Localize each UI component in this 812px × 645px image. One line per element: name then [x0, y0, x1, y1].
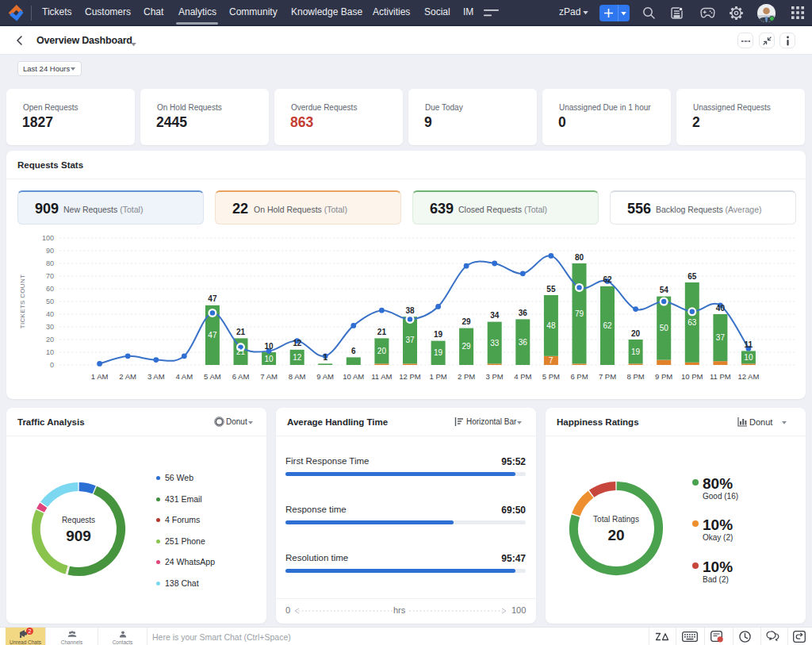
- svg-text:2 AM: 2 AM: [119, 372, 136, 381]
- svg-text:50: 50: [660, 324, 669, 332]
- svg-text:80: 80: [46, 259, 54, 267]
- svg-text:12: 12: [293, 353, 302, 362]
- svg-text:65: 65: [688, 272, 697, 281]
- svg-text:40: 40: [46, 310, 54, 318]
- svg-text:21: 21: [236, 328, 246, 336]
- svg-text:48: 48: [546, 321, 556, 330]
- svg-text:5 AM: 5 AM: [204, 372, 221, 381]
- svg-text:10 AM: 10 AM: [343, 372, 364, 381]
- svg-text:Requests: Requests: [62, 516, 95, 524]
- svg-text:11: 11: [745, 340, 753, 349]
- svg-text:Total Ratings: Total Ratings: [593, 515, 639, 524]
- svg-text:TICKETS COUNT: TICKETS COUNT: [19, 275, 26, 328]
- svg-text:50: 50: [46, 298, 54, 305]
- svg-text:47: 47: [208, 331, 217, 340]
- svg-text:62: 62: [603, 321, 612, 330]
- svg-text:7 PM: 7 PM: [599, 372, 616, 381]
- svg-text:7: 7: [549, 356, 553, 365]
- svg-text:63: 63: [688, 318, 697, 327]
- svg-text:34: 34: [490, 311, 500, 320]
- svg-text:10 PM: 10 PM: [681, 372, 703, 381]
- svg-text:55: 55: [546, 285, 556, 294]
- svg-text:10: 10: [46, 348, 54, 356]
- svg-text:3 AM: 3 AM: [147, 372, 165, 381]
- svg-text:11 AM: 11 AM: [371, 372, 392, 381]
- svg-text:7 AM: 7 AM: [260, 372, 278, 381]
- svg-text:36: 36: [519, 309, 528, 317]
- svg-text:10: 10: [265, 342, 274, 351]
- svg-text:54: 54: [660, 286, 669, 294]
- svg-text:30: 30: [46, 323, 54, 331]
- svg-text:1 AM: 1 AM: [91, 372, 109, 381]
- svg-text:8 PM: 8 PM: [627, 372, 645, 381]
- svg-text:3 PM: 3 PM: [486, 372, 504, 381]
- svg-text:10: 10: [744, 353, 753, 362]
- svg-text:19: 19: [631, 347, 641, 356]
- svg-text:37: 37: [405, 336, 415, 344]
- svg-text:8 AM: 8 AM: [289, 372, 306, 381]
- svg-text:29: 29: [462, 317, 472, 326]
- svg-text:9 AM: 9 AM: [316, 372, 334, 381]
- svg-text:6: 6: [351, 347, 356, 355]
- svg-text:909: 909: [66, 528, 91, 544]
- svg-text:21: 21: [236, 347, 246, 356]
- svg-text:0: 0: [50, 361, 54, 369]
- svg-text:2 PM: 2 PM: [458, 372, 475, 381]
- svg-text:21: 21: [377, 328, 387, 336]
- svg-text:10: 10: [265, 355, 274, 363]
- svg-text:11 PM: 11 PM: [710, 372, 731, 381]
- svg-text:70: 70: [46, 272, 54, 280]
- svg-text:36: 36: [519, 338, 528, 347]
- svg-text:29: 29: [462, 342, 472, 351]
- svg-text:37: 37: [716, 333, 726, 342]
- svg-text:5 PM: 5 PM: [542, 372, 560, 381]
- svg-text:38: 38: [405, 306, 415, 315]
- svg-text:20: 20: [46, 336, 54, 344]
- svg-text:100: 100: [42, 234, 54, 242]
- svg-text:19: 19: [434, 348, 443, 357]
- svg-text:40: 40: [716, 304, 726, 313]
- svg-text:12 AM: 12 AM: [737, 372, 759, 381]
- svg-text:6 PM: 6 PM: [570, 372, 588, 381]
- svg-text:1: 1: [323, 353, 327, 362]
- svg-text:12: 12: [293, 339, 302, 347]
- svg-text:4 AM: 4 AM: [175, 372, 193, 381]
- svg-text:1 PM: 1 PM: [430, 372, 447, 381]
- svg-text:62: 62: [603, 275, 612, 284]
- svg-text:47: 47: [208, 294, 217, 303]
- svg-text:20: 20: [377, 347, 387, 355]
- svg-text:4 PM: 4 PM: [514, 372, 531, 381]
- svg-text:33: 33: [490, 339, 500, 347]
- svg-text:12 PM: 12 PM: [399, 372, 421, 381]
- svg-text:6 AM: 6 AM: [232, 372, 250, 381]
- svg-text:80: 80: [575, 253, 584, 262]
- svg-text:20: 20: [607, 527, 624, 543]
- svg-text:90: 90: [46, 247, 54, 255]
- svg-text:60: 60: [46, 285, 54, 293]
- svg-text:20: 20: [631, 329, 641, 338]
- svg-text:79: 79: [575, 309, 584, 318]
- svg-text:9 PM: 9 PM: [655, 372, 672, 381]
- svg-text:19: 19: [434, 330, 443, 339]
